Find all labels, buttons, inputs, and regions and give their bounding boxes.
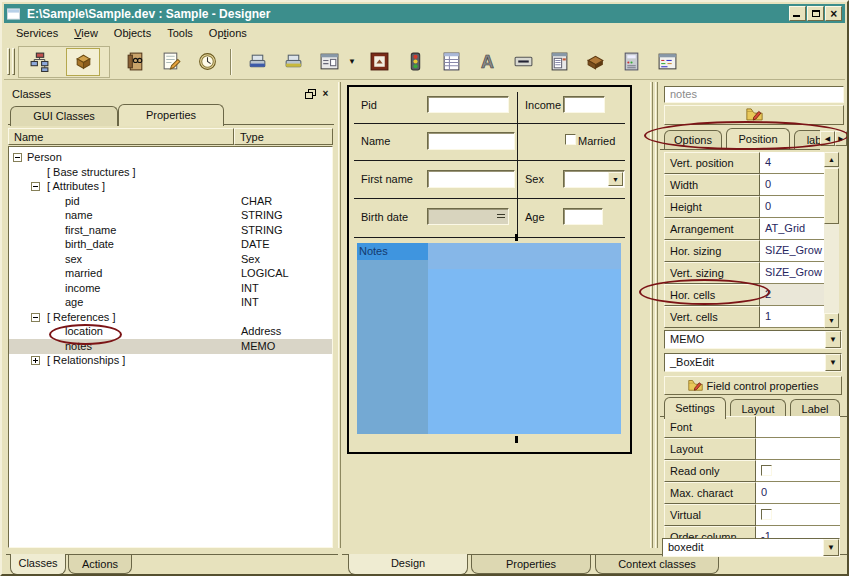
field-control-combo[interactable]: _BoxEdit ▼ xyxy=(664,353,842,372)
date-picker-icon[interactable] xyxy=(497,214,505,218)
toolbar-grip[interactable] xyxy=(7,48,10,75)
prop-value-hor-sizing[interactable]: SIZE_Grow xyxy=(760,240,824,262)
image-viewer-button[interactable] xyxy=(362,48,396,76)
tree-row-location[interactable]: locationAddress xyxy=(9,324,332,339)
tree-row-name[interactable]: nameSTRING xyxy=(9,208,332,223)
tab-context-classes[interactable]: Context classes xyxy=(595,555,719,574)
collapse-icon[interactable] xyxy=(31,182,40,191)
field-control-properties-button[interactable]: Field control properties xyxy=(664,376,842,395)
tree-row-pid[interactable]: pidCHAR xyxy=(9,194,332,209)
selection-handle[interactable] xyxy=(515,436,518,443)
tree-row-relationships[interactable]: [ Relationships ] xyxy=(9,353,332,368)
chevron-down-icon[interactable]: ▼ xyxy=(825,354,841,371)
time-clock-button[interactable] xyxy=(190,48,224,76)
boxedit-combo[interactable]: boxedit ▼ xyxy=(662,538,840,557)
left-splitter[interactable] xyxy=(338,82,341,548)
scroll-down-icon[interactable]: ▼ xyxy=(824,313,839,328)
tree-row-base-structures[interactable]: [ Base structures ] xyxy=(9,165,332,180)
tree-row-attributes[interactable]: [ Attributes ] xyxy=(9,179,332,194)
float-panel-icon[interactable] xyxy=(304,88,317,100)
menu-tools[interactable]: Tools xyxy=(159,25,201,41)
tab-properties[interactable]: Properties xyxy=(471,555,591,574)
prop-value-vert-position[interactable]: 4 xyxy=(760,152,824,174)
chevron-down-icon[interactable]: ▼ xyxy=(608,172,623,186)
tree-row-person[interactable]: Person xyxy=(9,150,332,165)
income-input[interactable] xyxy=(563,96,605,113)
form-design-surface[interactable]: Pid Income Name Married First name Sex ▼… xyxy=(347,85,632,454)
tab-classes[interactable]: Classes xyxy=(10,554,66,575)
tab-settings[interactable]: Settings xyxy=(664,397,726,419)
selection-handle[interactable] xyxy=(515,234,518,241)
age-input[interactable] xyxy=(563,208,603,225)
prop-value-arrangement[interactable]: AT_Grid xyxy=(760,218,824,240)
prop-value-read-only[interactable] xyxy=(756,460,840,482)
server-button[interactable] xyxy=(614,48,648,76)
menu-view[interactable]: View xyxy=(66,25,106,41)
tree-row-references[interactable]: [ References ] xyxy=(9,310,332,325)
printer-yellow-button[interactable] xyxy=(276,48,310,76)
tab-options[interactable]: Options xyxy=(664,130,722,150)
prop-checkbox-virtual[interactable] xyxy=(761,509,772,520)
sex-dropdown[interactable]: ▼ xyxy=(563,170,625,188)
traffic-light-button[interactable] xyxy=(398,48,432,76)
prop-value-vert-cells[interactable]: 1 xyxy=(760,306,824,328)
edit-source-button[interactable] xyxy=(154,48,188,76)
prop-value-max-charact[interactable]: 0 xyxy=(756,482,840,504)
report-table-button[interactable] xyxy=(434,48,468,76)
button-control-button[interactable] xyxy=(506,48,540,76)
tree-row-age[interactable]: ageINT xyxy=(9,295,332,310)
prop-value-hor-cells[interactable]: 2 xyxy=(760,284,824,306)
married-checkbox[interactable] xyxy=(565,134,576,145)
tree-row-birth-date[interactable]: birth_dateDATE xyxy=(9,237,332,252)
prop-value-vert-sizing[interactable]: SIZE_Grow xyxy=(760,262,824,284)
printer-blue-button[interactable] xyxy=(240,48,274,76)
prop-value-virtual[interactable] xyxy=(756,504,840,526)
notes-memo-body[interactable] xyxy=(428,243,621,434)
object-browser-button[interactable] xyxy=(66,48,100,76)
maximize-button[interactable] xyxy=(807,6,824,21)
chevron-down-icon[interactable]: ▼ xyxy=(823,539,839,556)
scrollbar-thumb[interactable] xyxy=(824,168,839,224)
tree-row-sex[interactable]: sexSex xyxy=(9,252,332,267)
prop-value-layout[interactable] xyxy=(756,438,840,460)
code-window-button[interactable] xyxy=(650,48,684,76)
notes-memo-side[interactable] xyxy=(357,260,428,434)
address-book-button[interactable] xyxy=(118,48,152,76)
right-splitter[interactable] xyxy=(655,82,658,548)
tab-scroll-right-icon[interactable]: ▶ xyxy=(835,131,847,146)
menu-options[interactable]: Options xyxy=(201,25,255,41)
field-type-combo[interactable]: MEMO ▼ xyxy=(664,330,842,349)
prop-checkbox-read-only[interactable] xyxy=(761,465,772,476)
tab-lab[interactable]: lab xyxy=(794,130,820,150)
first-name-input[interactable] xyxy=(427,170,515,188)
prop-value-width[interactable]: 0 xyxy=(760,174,824,196)
class-hierarchy-button[interactable] xyxy=(22,48,56,76)
tree-row-notes[interactable]: notesMEMO xyxy=(9,339,332,354)
expand-icon[interactable] xyxy=(31,356,40,365)
column-header-type[interactable]: Type xyxy=(234,128,333,145)
tree-row-income[interactable]: incomeINT xyxy=(9,281,332,296)
tab-design[interactable]: Design xyxy=(348,554,468,575)
prop-value-height[interactable]: 0 xyxy=(760,196,824,218)
chevron-down-icon[interactable]: ▼ xyxy=(825,331,841,348)
pid-input[interactable] xyxy=(427,96,509,113)
scroll-up-icon[interactable]: ▲ xyxy=(824,152,839,167)
close-panel-icon[interactable]: × xyxy=(319,88,332,100)
window-form-button[interactable] xyxy=(312,48,346,76)
minimize-button[interactable] xyxy=(789,6,806,21)
tree-row-married[interactable]: marriedLOGICAL xyxy=(9,266,332,281)
tree-row-first-name[interactable]: first_nameSTRING xyxy=(9,223,332,238)
font-button[interactable]: A xyxy=(470,48,504,76)
tab-actions[interactable]: Actions xyxy=(68,555,132,574)
prop-value-font[interactable] xyxy=(756,416,840,438)
selected-field-name[interactable]: notes xyxy=(664,86,844,103)
name-input[interactable] xyxy=(427,132,515,150)
form-list-button[interactable] xyxy=(542,48,576,76)
tab-gui-classes[interactable]: GUI Classes xyxy=(10,106,118,126)
right-splitter[interactable] xyxy=(650,82,653,548)
property-scrollbar[interactable]: ▲ ▼ xyxy=(824,152,839,328)
tab-position[interactable]: Position xyxy=(726,128,790,150)
column-header-name[interactable]: Name xyxy=(8,128,234,145)
close-button[interactable]: × xyxy=(825,6,842,21)
tab-properties[interactable]: Properties xyxy=(118,104,224,126)
